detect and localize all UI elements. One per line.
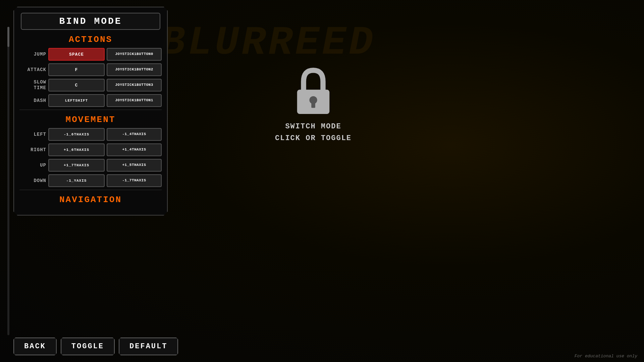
section-header-navigation: NAVIGATION: [14, 195, 167, 205]
section-header-movement: MOVEMENT: [14, 115, 167, 125]
key-up-secondary[interactable]: +1_5THAXIS: [107, 159, 162, 172]
binding-row-left: LEFT -1_6THAXIS -1_4THAXIS: [19, 128, 162, 141]
section-header-actions: ACTIONS: [14, 35, 167, 45]
actions-bindings: JUMP SPACE JOYSTICK1BUTTON0 ATTACK F JOY…: [14, 48, 167, 107]
label-dash: DASH: [19, 98, 46, 103]
key-up-primary[interactable]: +1_7THAXIS: [48, 159, 105, 172]
binding-row-right: RIGHT +1_6THAXIS +1_4THAXIS: [19, 143, 162, 156]
default-button[interactable]: DEFAULT: [119, 338, 178, 355]
panel-title-bar: BIND MODE: [21, 13, 160, 30]
divider-1: [19, 110, 162, 110]
switch-mode-text: SWITCH MODE CLICK OR TOGGLE: [275, 121, 352, 144]
divider-2: [19, 190, 162, 190]
svg-rect-2: [311, 103, 315, 108]
key-jump-primary[interactable]: SPACE: [48, 48, 105, 61]
key-down-secondary[interactable]: -1_7THAXIS: [107, 174, 162, 187]
back-button[interactable]: BACK: [13, 338, 57, 355]
key-left-secondary[interactable]: -1_4THAXIS: [107, 128, 162, 141]
binding-row-jump: JUMP SPACE JOYSTICK1BUTTON0: [19, 48, 162, 61]
lock-svg: [293, 67, 333, 114]
key-slowtime-primary[interactable]: C: [48, 79, 105, 92]
label-right: RIGHT: [19, 147, 46, 153]
label-attack: ATTACK: [19, 67, 46, 72]
switch-mode-line2: CLICK OR TOGGLE: [275, 132, 352, 144]
binding-row-down: DOWN -1_YAXIS -1_7THAXIS: [19, 174, 162, 187]
key-jump-secondary[interactable]: JOYSTICK1BUTTON0: [107, 48, 162, 61]
watermark: For educational use only: [575, 354, 637, 359]
key-slowtime-secondary[interactable]: JOYSTICK1BUTTON3: [107, 79, 162, 92]
movement-bindings: LEFT -1_6THAXIS -1_4THAXIS RIGHT +1_6THA…: [14, 128, 167, 187]
key-left-primary[interactable]: -1_6THAXIS: [48, 128, 105, 141]
key-right-primary[interactable]: +1_6THAXIS: [48, 143, 105, 156]
key-right-secondary[interactable]: +1_4THAXIS: [107, 143, 162, 156]
lock-icon: [293, 67, 333, 114]
label-slowtime: SLOWTIME: [19, 79, 46, 91]
scroll-thumb: [7, 27, 9, 47]
binding-row-slowtime: SLOWTIME C JOYSTICK1BUTTON3: [19, 79, 162, 92]
scrollbar: [7, 27, 9, 335]
label-left: LEFT: [19, 132, 46, 137]
key-attack-primary[interactable]: F: [48, 63, 105, 76]
switch-mode-line1: SWITCH MODE: [275, 121, 352, 132]
binding-row-up: UP +1_7THAXIS +1_5THAXIS: [19, 159, 162, 172]
toggle-button[interactable]: TOGGLE: [61, 338, 115, 355]
bind-mode-panel: BIND MODE ACTIONS JUMP SPACE JOYSTICK1BU…: [13, 7, 168, 216]
key-down-primary[interactable]: -1_YAXIS: [48, 174, 105, 187]
binding-row-attack: ATTACK F JOYSTICK1BUTTON2: [19, 63, 162, 76]
key-dash-primary[interactable]: LEFTSHIFT: [48, 94, 105, 107]
bottom-buttons: BACK TOGGLE DEFAULT: [13, 338, 178, 355]
key-dash-secondary[interactable]: JOYSTICK1BUTTON1: [107, 94, 162, 107]
label-down: DOWN: [19, 178, 46, 183]
binding-row-dash: DASH LEFTSHIFT JOYSTICK1BUTTON1: [19, 94, 162, 107]
key-attack-secondary[interactable]: JOYSTICK1BUTTON2: [107, 63, 162, 76]
switch-mode-area[interactable]: SWITCH MODE CLICK OR TOGGLE: [275, 67, 352, 144]
label-up: UP: [19, 163, 46, 168]
label-jump: JUMP: [19, 52, 46, 57]
panel-title: BIND MODE: [59, 16, 122, 26]
